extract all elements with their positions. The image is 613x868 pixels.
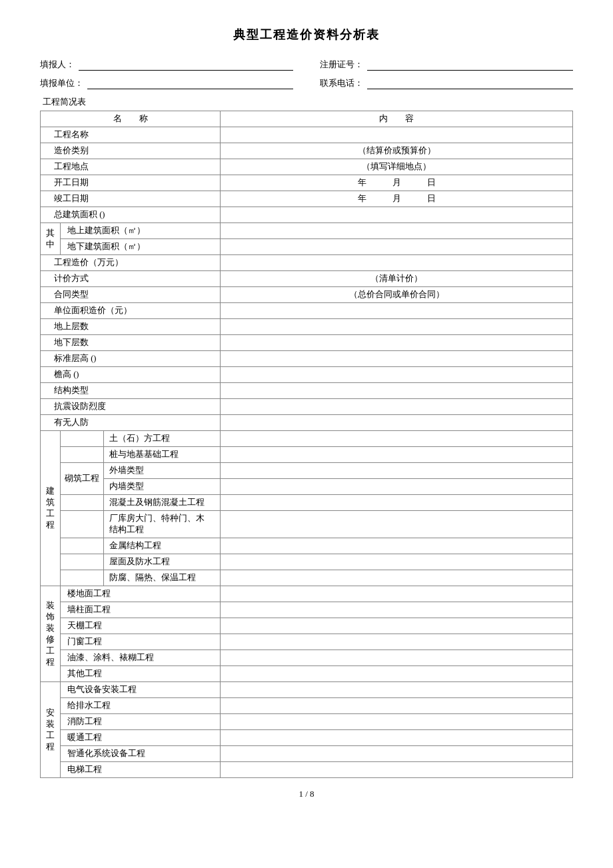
row-content xyxy=(221,762,573,778)
row-label: 金属结构工程 xyxy=(104,538,221,554)
table-row: 竣工日期年 月 日 xyxy=(41,191,573,207)
row-sub-label xyxy=(61,495,104,511)
row-label: 造价类别 xyxy=(41,143,221,159)
cert-label: 注册证号： xyxy=(320,59,363,71)
row-content xyxy=(221,399,573,415)
table-row: 暖通工程 xyxy=(41,730,573,746)
row-content xyxy=(221,303,573,319)
table-row: 智通化系统设备工程 xyxy=(41,746,573,762)
row-label: 给排水工程 xyxy=(61,698,221,714)
table-row: 其中地上建筑面积（㎡） xyxy=(41,223,573,239)
row-label: 单位面积造价（元） xyxy=(41,303,221,319)
table-row: 桩与地基基础工程 xyxy=(41,447,573,463)
row-label: 地上层数 xyxy=(41,319,221,335)
group-label-construction: 建筑工程 xyxy=(41,431,61,586)
row-content: （总价合同或单价合同） xyxy=(221,287,573,303)
main-table: 名 称 内 容 工程名称造价类别（结算价或预算价）工程地点（填写详细地点）开工日… xyxy=(40,111,573,778)
row-content xyxy=(221,255,573,271)
col-header-content: 内 容 xyxy=(221,111,573,127)
row-content xyxy=(221,207,573,223)
table-row: 有无人防 xyxy=(41,415,573,431)
row-content: （结算价或预算价） xyxy=(221,143,573,159)
table-row: 地下建筑面积（㎡） xyxy=(41,239,573,255)
row-content xyxy=(221,383,573,399)
row-content: （清单计价） xyxy=(221,271,573,287)
unit-label: 填报单位： xyxy=(40,77,83,89)
row-label: 门窗工程 xyxy=(61,634,221,650)
row-label: 抗震设防烈度 xyxy=(41,399,221,415)
row-content xyxy=(221,666,573,682)
row-label: 外墙类型 xyxy=(104,463,221,479)
cert-field: 注册证号： xyxy=(320,59,573,71)
row-label: 楼地面工程 xyxy=(61,586,221,602)
table-row: 单位面积造价（元） xyxy=(41,303,573,319)
table-row: 檐高 () xyxy=(41,367,573,383)
row-label: 智通化系统设备工程 xyxy=(61,746,221,762)
row-label: 防腐、隔热、保温工程 xyxy=(104,570,221,586)
row-label: 标准层高 () xyxy=(41,351,221,367)
row-sub-label xyxy=(61,538,104,554)
row-label: 地上建筑面积（㎡） xyxy=(61,223,221,239)
table-row: 结构类型 xyxy=(41,383,573,399)
table-row: 抗震设防烈度 xyxy=(41,399,573,415)
col-header-name: 名 称 xyxy=(41,111,221,127)
phone-underline xyxy=(367,77,573,89)
row-label: 工程名称 xyxy=(41,127,221,143)
row-content xyxy=(221,602,573,618)
row-content xyxy=(221,127,573,143)
row-label: 屋面及防水工程 xyxy=(104,554,221,570)
table-row: 油漆、涂料、裱糊工程 xyxy=(41,650,573,666)
group-label-decoration: 装饰装修工程 xyxy=(41,586,61,682)
row-content xyxy=(221,479,573,495)
table-row: 工程地点（填写详细地点） xyxy=(41,159,573,175)
row-content xyxy=(221,586,573,602)
phone-label: 联系电话： xyxy=(320,77,363,89)
row-content xyxy=(221,570,573,586)
table-row: 其他工程 xyxy=(41,666,573,682)
table-row: 地上层数 xyxy=(41,319,573,335)
row-content xyxy=(221,367,573,383)
row-label: 地下建筑面积（㎡） xyxy=(61,239,221,255)
row-label: 土（石）方工程 xyxy=(104,431,221,447)
row-content xyxy=(221,618,573,634)
row-label: 工程地点 xyxy=(41,159,221,175)
row-content xyxy=(221,511,573,538)
row-sub-label xyxy=(61,570,104,586)
row-label: 厂库房大门、特种门、木结构工程 xyxy=(104,511,221,538)
table-row: 建筑工程土（石）方工程 xyxy=(41,431,573,447)
table-row: 造价类别（结算价或预算价） xyxy=(41,143,573,159)
row-content: （填写详细地点） xyxy=(221,159,573,175)
row-content xyxy=(221,415,573,431)
table-row: 给排水工程 xyxy=(41,698,573,714)
row-content xyxy=(221,319,573,335)
reporter-underline xyxy=(79,59,293,71)
table-row: 标准层高 () xyxy=(41,351,573,367)
row-content xyxy=(221,463,573,479)
row-label: 工程造价（万元） xyxy=(41,255,221,271)
group-label-qizhong: 其中 xyxy=(41,223,61,255)
table-row: 安装工程电气设备安装工程 xyxy=(41,682,573,698)
row-label: 总建筑面积 () xyxy=(41,207,221,223)
table-row: 厂库房大门、特种门、木结构工程 xyxy=(41,511,573,538)
table-row: 防腐、隔热、保温工程 xyxy=(41,570,573,586)
cert-underline xyxy=(367,59,573,71)
row-label: 消防工程 xyxy=(61,714,221,730)
table-row: 工程名称 xyxy=(41,127,573,143)
header-row-2: 填报单位： 联系电话： xyxy=(40,77,573,89)
row-label: 桩与地基基础工程 xyxy=(104,447,221,463)
table-row: 装饰装修工程楼地面工程 xyxy=(41,586,573,602)
row-label: 暖通工程 xyxy=(61,730,221,746)
row-label: 墙柱面工程 xyxy=(61,602,221,618)
row-sub-label: 砌筑工程 xyxy=(61,463,104,495)
unit-field: 填报单位： xyxy=(40,77,293,89)
row-content xyxy=(221,682,573,698)
group-label-installation: 安装工程 xyxy=(41,682,61,778)
row-label: 开工日期 xyxy=(41,175,221,191)
unit-underline xyxy=(87,77,293,89)
row-content xyxy=(221,698,573,714)
table-row: 砌筑工程外墙类型 xyxy=(41,463,573,479)
row-label: 有无人防 xyxy=(41,415,221,431)
row-sub-label xyxy=(61,447,104,463)
row-content xyxy=(221,730,573,746)
row-label: 天棚工程 xyxy=(61,618,221,634)
